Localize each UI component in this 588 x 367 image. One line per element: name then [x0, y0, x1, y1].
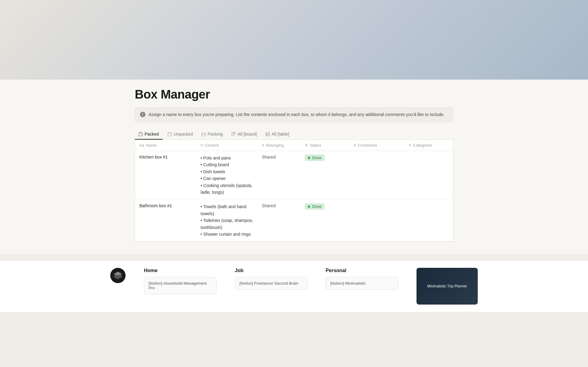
promo-card[interactable]: Minimalistic Trip Planner	[417, 268, 478, 305]
job-title: Job	[235, 268, 307, 273]
row1-categories	[405, 151, 453, 200]
promo-text: Minimalistic Trip Planner	[427, 284, 467, 288]
row2-belonging: Shared	[258, 200, 300, 242]
main-content: Box Manager ! Assign a name to every box…	[0, 64, 588, 254]
status-badge-done-1: Done	[305, 155, 325, 161]
tab-unpacked[interactable]: Unpacked	[164, 129, 197, 140]
col-status[interactable]: ✦ Status	[300, 140, 349, 151]
page-title: Box Manager	[135, 88, 453, 101]
col-categories[interactable]: ≡ Categories	[405, 140, 453, 151]
row2-comments	[349, 200, 405, 242]
bottom-left-area	[110, 268, 126, 283]
row2-name[interactable]: Bathroom box #1	[135, 200, 196, 242]
bottom-col-job: Job [Notion] Freelancer Second Brain	[235, 268, 307, 290]
status-dot	[308, 157, 310, 159]
col-name[interactable]: Aa Name	[135, 140, 196, 151]
job-card[interactable]: [Notion] Freelancer Second Brain	[235, 277, 307, 290]
col-comments[interactable]: ≡ Comments	[349, 140, 405, 151]
svg-rect-10	[232, 132, 233, 136]
info-banner: ! Assign a name to every box you're prep…	[135, 107, 453, 122]
svg-rect-7	[168, 133, 172, 136]
bottom-columns: Home [Notion] Household Management Pro J…	[110, 268, 478, 305]
tab-packed[interactable]: Packed	[135, 129, 163, 140]
row2-categories	[405, 200, 453, 242]
svg-rect-6	[139, 133, 142, 136]
row1-belonging: Shared	[258, 151, 300, 200]
home-card[interactable]: [Notion] Household Management Pro	[144, 277, 217, 294]
svg-rect-12	[266, 132, 270, 136]
bottom-section: Home [Notion] Household Management Pro J…	[0, 260, 588, 312]
bottom-avatar	[110, 268, 126, 283]
row2-content: • Towels (bath and hand towels) • Toilet…	[196, 200, 258, 242]
data-table: Aa Name ≡ Content ≡	[135, 140, 453, 242]
status-dot	[308, 205, 310, 208]
row1-content: • Pots and pans • Cutting board • Dish t…	[196, 151, 258, 200]
table-row: Bathroom box #1 • Towels (bath and hand …	[135, 200, 453, 242]
page-container: Box Manager ! Assign a name to every box…	[110, 64, 478, 242]
bottom-col-personal: Personal [Notion] Minimalistic	[326, 268, 398, 290]
row1-name[interactable]: Kitchen box #1	[135, 151, 196, 200]
tab-all-board[interactable]: All [board]	[228, 129, 261, 140]
tab-all-table[interactable]: All [table]	[262, 129, 293, 140]
svg-rect-11	[234, 132, 236, 134]
row1-comments	[349, 151, 405, 200]
table-row: Kitchen box #1 • Pots and pans • Cutting…	[135, 151, 453, 200]
table-header-row: Aa Name ≡ Content ≡	[135, 140, 453, 151]
personal-title: Personal	[326, 268, 398, 273]
col-content[interactable]: ≡ Content	[196, 140, 258, 151]
row1-status: Done	[300, 151, 349, 200]
status-badge-done-2: Done	[305, 203, 325, 210]
personal-card[interactable]: [Notion] Minimalistic	[326, 277, 398, 290]
tabs-container: Packed Unpacked Packing	[135, 129, 453, 140]
row2-status: Done	[300, 200, 349, 242]
tab-packing[interactable]: Packing	[198, 129, 227, 140]
header-background	[0, 0, 588, 80]
home-title: Home	[144, 268, 217, 273]
boxes-table: Aa Name ≡ Content ≡	[135, 140, 453, 242]
info-icon: !	[140, 112, 145, 117]
svg-rect-8	[202, 133, 205, 136]
bottom-col-home: Home [Notion] Household Management Pro	[144, 268, 217, 294]
info-text: Assign a name to every box you're prepar…	[149, 111, 444, 118]
col-belonging[interactable]: ≡ Belonging	[258, 140, 300, 151]
